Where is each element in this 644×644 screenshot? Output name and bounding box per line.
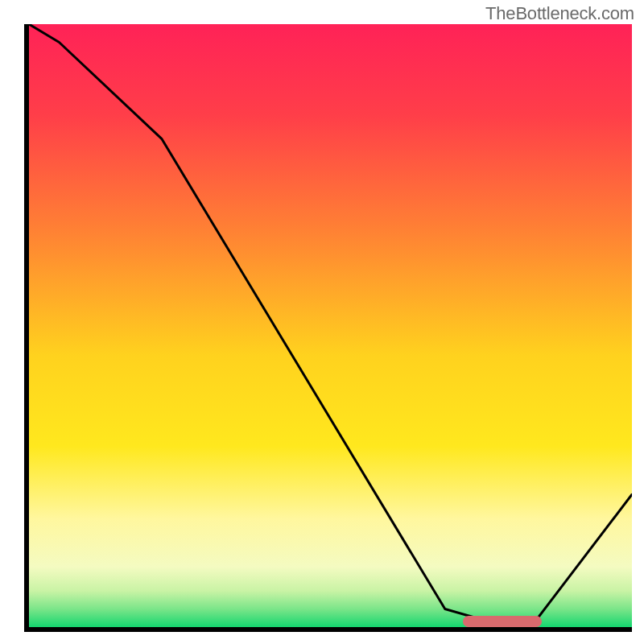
plot-area (29, 24, 632, 627)
watermark-text: TheBottleneck.com (485, 3, 634, 24)
bottleneck-curve (29, 24, 632, 627)
highlight-bar (463, 616, 541, 627)
page-root: TheBottleneck.com (0, 0, 644, 644)
chart-frame (24, 24, 632, 632)
